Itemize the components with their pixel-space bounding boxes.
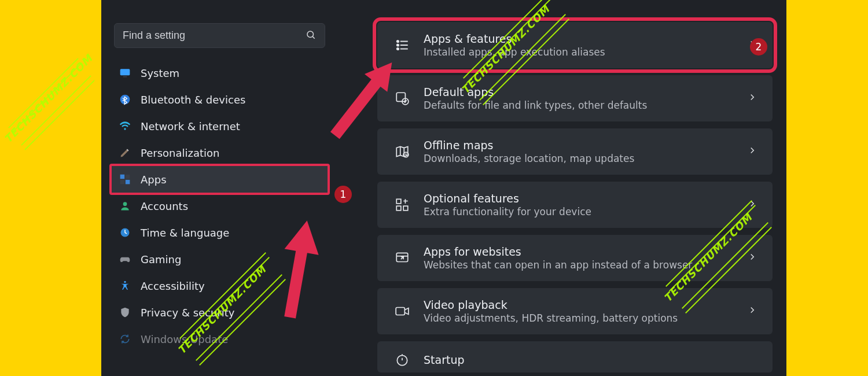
sidebar-item-network[interactable]: Network & internet bbox=[112, 113, 328, 139]
card-title: Offline maps bbox=[424, 139, 734, 152]
card-title: Default apps bbox=[424, 86, 734, 98]
video-icon bbox=[393, 303, 411, 320]
chevron-right-icon bbox=[747, 92, 757, 105]
card-offline-maps[interactable]: Offline maps Downloads, storage location… bbox=[377, 128, 773, 175]
sidebar-item-update[interactable]: Windows Update bbox=[112, 326, 328, 352]
svg-rect-22 bbox=[396, 206, 401, 211]
svg-rect-8 bbox=[126, 180, 130, 185]
card-title: Startup bbox=[424, 353, 757, 366]
annotation-arrow-up bbox=[272, 220, 324, 324]
sidebar-item-label: Apps bbox=[141, 174, 167, 186]
sidebar-item-label: Gaming bbox=[141, 253, 181, 266]
card-subtitle: Installed apps, app execution aliases bbox=[424, 46, 734, 58]
sidebar-item-personalization[interactable]: Personalization bbox=[112, 139, 328, 166]
svg-point-14 bbox=[397, 44, 399, 46]
watermark: TECHSCHUMZ.COM bbox=[12, 69, 81, 139]
shield-icon bbox=[119, 306, 131, 319]
sidebar-item-label: Windows Update bbox=[141, 333, 228, 345]
svg-rect-5 bbox=[120, 175, 125, 179]
main-content: Apps & features Installed apps, app exec… bbox=[336, 22, 786, 376]
svg-point-16 bbox=[397, 48, 399, 50]
card-body: Startup bbox=[424, 353, 757, 367]
bluetooth-icon bbox=[119, 93, 131, 106]
sidebar-item-label: Personalization bbox=[141, 147, 219, 159]
card-body: Offline maps Downloads, storage location… bbox=[424, 139, 734, 164]
chevron-right-icon bbox=[747, 198, 757, 211]
card-body: Video playback Video adjustments, HDR st… bbox=[424, 298, 734, 324]
optional-features-icon bbox=[393, 196, 411, 213]
svg-point-4 bbox=[120, 95, 130, 105]
svg-point-12 bbox=[397, 40, 399, 42]
card-title: Apps for websites bbox=[424, 245, 734, 258]
svg-rect-6 bbox=[126, 175, 130, 179]
card-default-apps[interactable]: Default apps Defaults for file and link … bbox=[377, 75, 773, 121]
annotation-arrow-diagonal bbox=[321, 52, 402, 150]
gamepad-icon bbox=[119, 253, 131, 266]
svg-rect-2 bbox=[120, 69, 130, 75]
svg-point-9 bbox=[123, 202, 127, 206]
website-app-icon bbox=[393, 249, 411, 267]
card-subtitle: Video adjustments, HDR streaming, batter… bbox=[424, 312, 734, 324]
card-body: Apps for websites Websites that can open… bbox=[424, 245, 734, 271]
startup-icon bbox=[393, 352, 411, 369]
sidebar-item-accounts[interactable]: Accounts bbox=[112, 193, 328, 219]
apps-icon bbox=[119, 173, 131, 186]
card-startup[interactable]: Startup bbox=[377, 341, 773, 373]
card-video-playback[interactable]: Video playback Video adjustments, HDR st… bbox=[377, 288, 773, 334]
sidebar-item-apps[interactable]: Apps bbox=[109, 164, 330, 195]
chevron-right-icon bbox=[747, 145, 757, 158]
card-apps-for-websites[interactable]: Apps for websites Websites that can open… bbox=[377, 235, 773, 281]
card-title: Apps & features bbox=[424, 32, 734, 45]
card-subtitle: Downloads, storage location, map updates bbox=[424, 153, 734, 164]
svg-rect-3 bbox=[123, 76, 127, 78]
sidebar-item-label: System bbox=[141, 67, 179, 79]
sidebar-item-label: Time & language bbox=[141, 227, 229, 239]
search-input[interactable] bbox=[114, 23, 325, 48]
svg-point-11 bbox=[124, 281, 126, 283]
svg-marker-29 bbox=[323, 54, 402, 145]
sidebar-item-label: Network & internet bbox=[141, 120, 240, 132]
svg-rect-7 bbox=[120, 180, 125, 185]
sidebar-item-label: Accessibility bbox=[141, 280, 205, 292]
annotation-badge-1: 1 bbox=[334, 186, 352, 203]
annotation-badge-2: 2 bbox=[750, 38, 767, 56]
chevron-right-icon bbox=[747, 305, 757, 318]
card-subtitle: Extra functionality for your device bbox=[424, 206, 734, 218]
sidebar-item-bluetooth[interactable]: Bluetooth & devices bbox=[112, 86, 328, 113]
svg-rect-21 bbox=[396, 199, 401, 204]
card-optional-features[interactable]: Optional features Extra functionality fo… bbox=[377, 182, 773, 228]
wifi-icon bbox=[119, 120, 131, 132]
card-apps-features[interactable]: Apps & features Installed apps, app exec… bbox=[377, 22, 773, 68]
svg-rect-23 bbox=[403, 206, 408, 211]
card-body: Apps & features Installed apps, app exec… bbox=[424, 32, 734, 58]
accessibility-icon bbox=[119, 279, 131, 292]
card-title: Video playback bbox=[424, 298, 734, 311]
sidebar-item-system[interactable]: System bbox=[112, 60, 328, 86]
sidebar-item-label: Privacy & security bbox=[141, 307, 235, 319]
search-wrap bbox=[114, 23, 325, 48]
list-icon bbox=[393, 36, 411, 54]
card-body: Optional features Extra functionality fo… bbox=[424, 192, 734, 218]
sidebar-item-label: Accounts bbox=[141, 200, 188, 212]
clock-icon bbox=[119, 226, 131, 239]
card-body: Default apps Defaults for file and link … bbox=[424, 86, 734, 111]
person-icon bbox=[119, 200, 131, 212]
svg-rect-26 bbox=[396, 308, 404, 315]
card-title: Optional features bbox=[424, 192, 734, 205]
card-subtitle: Websites that can open in an app instead… bbox=[424, 259, 734, 271]
chevron-right-icon bbox=[747, 252, 757, 264]
display-icon bbox=[119, 67, 131, 79]
card-subtitle: Defaults for file and link types, other … bbox=[424, 99, 734, 111]
settings-window: System Bluetooth & devices Network & int… bbox=[101, 0, 786, 376]
update-icon bbox=[119, 333, 131, 345]
svg-marker-28 bbox=[273, 220, 324, 320]
brush-icon bbox=[119, 146, 131, 159]
sidebar-item-label: Bluetooth & devices bbox=[141, 94, 245, 106]
